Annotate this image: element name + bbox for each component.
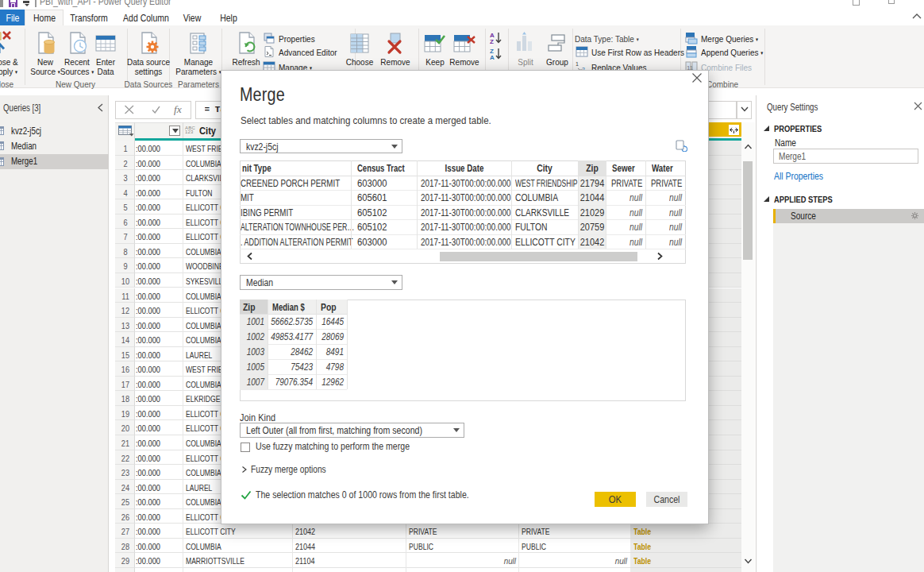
svg-text:Z: Z [490, 38, 494, 45]
svg-text:1: 1 [576, 61, 579, 67]
